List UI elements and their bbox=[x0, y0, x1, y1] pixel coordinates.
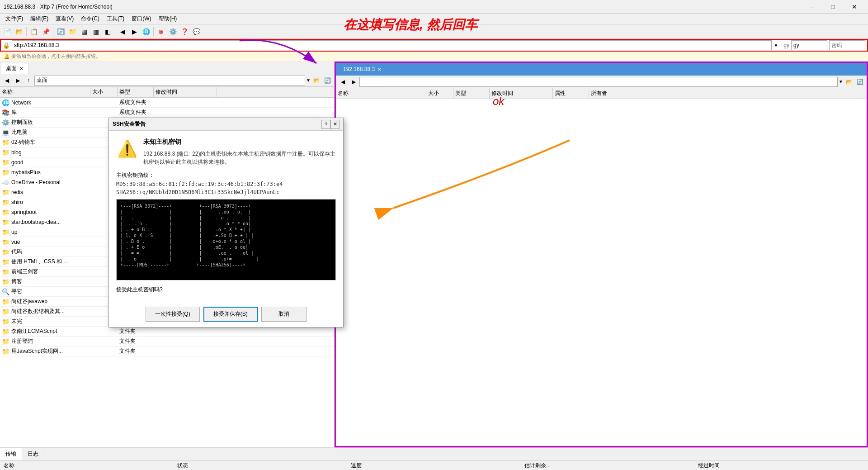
file-row[interactable]: 📁 注册登陆 文件夹 bbox=[0, 337, 334, 347]
right-col-type[interactable]: 类型 bbox=[453, 88, 490, 99]
file-icon: ⚙️ bbox=[2, 119, 9, 126]
right-file-header: 名称 大小 类型 修改时间 属性 所有者 bbox=[336, 88, 867, 99]
accept-once-button[interactable]: 一次性接受(Q) bbox=[146, 307, 199, 322]
left-tab-close[interactable]: ✕ bbox=[19, 66, 23, 71]
address-input[interactable] bbox=[12, 40, 772, 50]
paste-button[interactable]: 📌 bbox=[40, 26, 51, 37]
layout-button[interactable]: ▦ bbox=[79, 26, 90, 37]
file-row[interactable]: 🌐 Network 系统文件夹 bbox=[0, 98, 334, 108]
username-input[interactable] bbox=[791, 40, 827, 50]
menu-file[interactable]: 文件(F) bbox=[2, 14, 27, 24]
right-col-attr[interactable]: 属性 bbox=[553, 88, 589, 99]
file-name-cell: 🔍 寻它 bbox=[0, 287, 90, 296]
file-icon: 📁 bbox=[2, 189, 9, 196]
right-col-owner[interactable]: 所有者 bbox=[589, 88, 625, 99]
minimize-button[interactable]: ─ bbox=[802, 0, 822, 13]
menu-help[interactable]: 帮助(H) bbox=[155, 14, 181, 24]
transfer-area: 名称 状态 速度 估计剩余... 经过时间 bbox=[0, 460, 868, 470]
dialog-buttons: 一次性接受(Q) 接受并保存(S) 取消 bbox=[109, 301, 343, 327]
left-col-date[interactable]: 修改时间 bbox=[154, 87, 217, 97]
right-fwd-btn[interactable]: ▶ bbox=[349, 77, 359, 87]
refresh-button[interactable]: 🔄 bbox=[55, 26, 66, 37]
file-name: shiro bbox=[11, 199, 23, 205]
right-path-input[interactable] bbox=[359, 77, 838, 87]
right-tab-server[interactable]: 192.168.88.3 ✕ bbox=[338, 64, 387, 75]
left-folder-btn[interactable]: 📂 bbox=[311, 76, 321, 85]
maximize-button[interactable]: □ bbox=[823, 0, 843, 13]
file-name: up bbox=[11, 229, 17, 235]
layout3-button[interactable]: ◧ bbox=[102, 26, 113, 37]
file-name: mybatisPlus bbox=[11, 169, 41, 176]
comment-button[interactable]: 💬 bbox=[191, 26, 202, 37]
dialog-title-section: 未知主机密钥 192.168.88.3 (端口: 22)的主机密钥未在本地主机密… bbox=[143, 138, 336, 166]
right-pane-toolbar: ◀ ▶ ▼ 📂 🔄 bbox=[336, 76, 867, 88]
left-col-name[interactable]: 名称 bbox=[0, 87, 90, 97]
file-row[interactable]: 📚 库 系统文件夹 bbox=[0, 108, 334, 118]
file-name-cell: 📁 blog bbox=[0, 147, 90, 157]
right-refresh-btn[interactable]: 🔄 bbox=[855, 77, 865, 87]
left-path-input[interactable] bbox=[34, 76, 305, 85]
right-col-name[interactable]: 名称 bbox=[336, 88, 426, 99]
file-name: 李南江ECMAScript bbox=[11, 328, 57, 335]
log-tab[interactable]: 日志 bbox=[22, 448, 44, 460]
menu-edit[interactable]: 编辑(E) bbox=[27, 14, 52, 24]
cancel-button[interactable]: 取消 bbox=[261, 307, 307, 322]
menu-window[interactable]: 窗口(W) bbox=[128, 14, 155, 24]
globe-button[interactable]: 🌐 bbox=[141, 26, 151, 37]
left-up-btn[interactable]: ↑ bbox=[24, 76, 33, 85]
dialog-sha256: SHA256:+q/NKUbld20D1N5B6Mli3C1+33SkcNeJj… bbox=[116, 189, 336, 195]
right-tab-close[interactable]: ✕ bbox=[377, 67, 381, 72]
accept-save-button[interactable]: 接受并保存(S) bbox=[203, 307, 258, 322]
file-row[interactable]: 📁 用JavaScript实现网... 文件夹 bbox=[0, 347, 334, 356]
layout2-button[interactable]: ▥ bbox=[90, 26, 101, 37]
menu-command[interactable]: 命令(C) bbox=[77, 14, 103, 24]
right-col-date[interactable]: 修改时间 bbox=[490, 88, 553, 99]
file-name-cell: 📁 good bbox=[0, 157, 90, 167]
right-back-btn[interactable]: ◀ bbox=[338, 77, 348, 87]
right-folder-btn[interactable]: 📂 bbox=[844, 77, 854, 87]
file-name: 寻它 bbox=[11, 288, 22, 295]
help-button[interactable]: ❓ bbox=[179, 26, 190, 37]
new-session-button[interactable]: 📄 bbox=[2, 26, 13, 37]
dialog-main-title: 未知主机密钥 bbox=[143, 138, 336, 146]
transfer-col-elapsed: 经过时间 bbox=[698, 462, 864, 470]
dialog-close-btn[interactable]: ✕ bbox=[330, 120, 340, 129]
file-type-cell: 文件夹 bbox=[118, 347, 154, 356]
left-refresh-btn[interactable]: 🔄 bbox=[322, 76, 332, 85]
file-icon: 📁 bbox=[2, 258, 9, 266]
stop-button[interactable]: ⊗ bbox=[156, 26, 166, 37]
right-col-size[interactable]: 大小 bbox=[426, 88, 453, 99]
file-row[interactable]: 📁 李南江ECMAScript 文件夹 bbox=[0, 327, 334, 337]
fwd-btn[interactable]: ▶ bbox=[129, 26, 140, 37]
file-icon: 📁 bbox=[2, 338, 9, 345]
file-name: 代码 bbox=[11, 248, 22, 256]
dialog-body: ⚠️ 未知主机密钥 192.168.88.3 (端口: 22)的主机密钥未在本地… bbox=[109, 131, 343, 301]
dialog-help-btn[interactable]: ? bbox=[321, 120, 330, 129]
close-button[interactable]: ✕ bbox=[844, 0, 864, 13]
open-button[interactable]: 📂 bbox=[14, 26, 24, 37]
password-input[interactable] bbox=[829, 40, 865, 50]
folder-button[interactable]: 📁 bbox=[67, 26, 78, 37]
left-col-size[interactable]: 大小 bbox=[90, 87, 118, 97]
transfer-tab[interactable]: 传输 bbox=[0, 448, 22, 460]
back-btn[interactable]: ◀ bbox=[117, 26, 128, 37]
menu-tools[interactable]: 工具(T) bbox=[103, 14, 128, 24]
file-type-cell: 系统文件夹 bbox=[118, 108, 154, 117]
file-name-cell: 📁 用JavaScript实现网... bbox=[0, 347, 90, 356]
file-icon: 🔍 bbox=[2, 288, 9, 295]
menu-view[interactable]: 查看(V) bbox=[52, 14, 77, 24]
right-tab-bar: 192.168.88.3 ✕ bbox=[336, 63, 867, 76]
right-file-list[interactable] bbox=[336, 99, 867, 446]
left-col-type[interactable]: 类型 bbox=[118, 87, 154, 97]
left-tab-desktop[interactable]: 桌面 ✕ bbox=[0, 63, 29, 74]
left-fwd-btn[interactable]: ▶ bbox=[13, 76, 23, 85]
copy-button[interactable]: 📋 bbox=[28, 26, 39, 37]
left-back-btn[interactable]: ◀ bbox=[2, 76, 12, 85]
file-name-cell: 🌐 Network bbox=[0, 98, 90, 107]
file-name-cell: 📁 李南江ECMAScript bbox=[0, 327, 90, 336]
file-name: springboot bbox=[11, 209, 37, 215]
file-name: OneDrive - Personal bbox=[11, 179, 61, 185]
file-icon: 📁 bbox=[2, 278, 9, 285]
settings-button[interactable]: ⚙️ bbox=[167, 26, 178, 37]
toolbar-sep-2 bbox=[53, 27, 53, 36]
